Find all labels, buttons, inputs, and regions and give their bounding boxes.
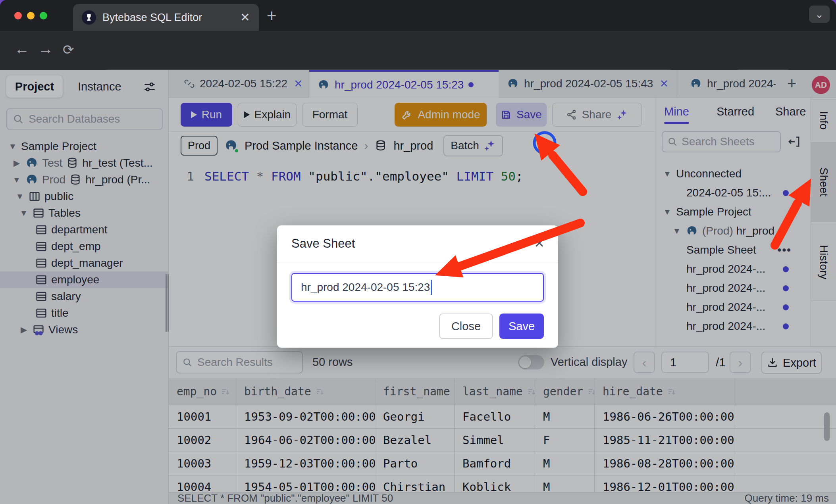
text-cursor bbox=[431, 280, 432, 295]
dialog-close-button[interactable]: Close bbox=[439, 314, 493, 339]
dialog-save-button[interactable]: Save bbox=[499, 314, 544, 339]
dialog-title: Save Sheet bbox=[291, 237, 355, 251]
dialog-divider bbox=[277, 263, 558, 263]
back-button[interactable]: ← bbox=[14, 40, 29, 58]
browser-tab-title: Bytebase SQL Editor bbox=[102, 12, 234, 24]
browser-tab[interactable]: Bytebase SQL Editor ✕ bbox=[73, 4, 259, 31]
dialog-close-icon[interactable]: ✕ bbox=[534, 236, 545, 251]
window-close-button[interactable] bbox=[14, 12, 22, 19]
browser-toolbar: ← → ⟳ localhost:8080/sql-editor/prod-sam… bbox=[0, 31, 836, 70]
forward-button[interactable]: → bbox=[38, 40, 53, 58]
reload-button[interactable]: ⟳ bbox=[63, 42, 74, 58]
sheet-name-input[interactable]: hr_prod 2024-02-05 15:23 bbox=[291, 273, 544, 302]
new-tab-button[interactable]: + bbox=[267, 6, 277, 25]
tab-search-chevron-button[interactable]: ⌄ bbox=[809, 6, 830, 23]
bytebase-favicon-icon bbox=[82, 10, 96, 25]
save-sheet-dialog: Save Sheet ✕ hr_prod 2024-02-05 15:23 Cl… bbox=[277, 225, 558, 348]
browser-tab-strip: Bytebase SQL Editor ✕ + ⌄ bbox=[0, 0, 836, 31]
window-zoom-button[interactable] bbox=[40, 12, 47, 19]
browser-window: Bytebase SQL Editor ✕ + ⌄ ← → ⟳ localhos… bbox=[0, 0, 836, 504]
window-minimize-button[interactable] bbox=[27, 12, 35, 19]
tab-close-icon[interactable]: ✕ bbox=[240, 12, 250, 23]
bytebase-app: Project Instance ▼Sample Project ▶ Test … bbox=[0, 70, 836, 504]
